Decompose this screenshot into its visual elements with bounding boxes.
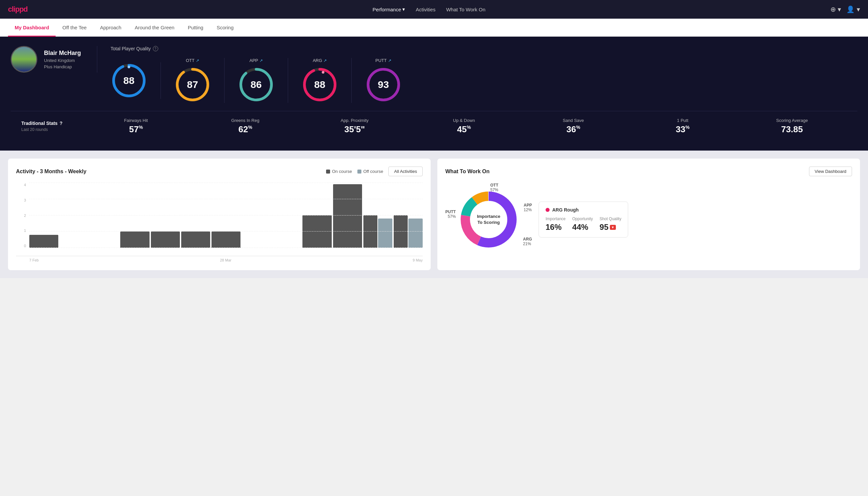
activity-card-title: Activity - 3 Months - Weekly [16, 169, 86, 174]
bar-group-8 [272, 247, 301, 248]
player-handicap: Plus Handicap [44, 64, 81, 69]
bar-on-course-9 [302, 215, 331, 248]
legend-on-course-dot [326, 170, 330, 173]
bar-group-11 [363, 215, 392, 248]
brand-logo[interactable]: clippd [8, 5, 28, 14]
trad-help-icon[interactable]: ? [60, 121, 63, 126]
y-label-3: 3 [16, 198, 26, 202]
donut-label-arg: ARG 21% [523, 237, 532, 246]
tabs-bar: My Dashboard Off the Tee Approach Around… [0, 19, 868, 37]
chart-legend: On course Off course [326, 169, 383, 174]
arg-label: ARG ↗ [313, 58, 327, 63]
app-circle: 86 [238, 66, 274, 103]
ott-trend-icon: ↗ [196, 58, 199, 63]
bar-group-4 [151, 232, 180, 248]
score-card-arg: ARG ↗ 88 [288, 58, 352, 103]
trad-stats-label-group: Traditional Stats ? Last 20 rounds [21, 121, 81, 132]
y-label-0: 0 [16, 244, 26, 248]
activity-card: Activity - 3 Months - Weekly On course O… [8, 158, 431, 270]
main-content: Activity - 3 Months - Weekly On course O… [0, 151, 868, 278]
trad-stats-label: Traditional Stats ? [21, 121, 81, 126]
bar-on-course-11 [363, 215, 378, 248]
score-cards: 88 OTT ↗ 87 [111, 58, 857, 103]
bar-group-9 [302, 215, 331, 248]
tab-around-the-green[interactable]: Around the Green [128, 19, 181, 37]
work-on-card: What To Work On View Dashboard Impor [437, 158, 860, 270]
x-label-0: 7 Feb [29, 258, 38, 262]
app-score: 86 [251, 79, 262, 90]
tab-putting[interactable]: Putting [181, 19, 210, 37]
bar-off-course-11 [378, 218, 392, 248]
score-card-overall: 88 [111, 62, 161, 99]
help-icon[interactable]: ? [153, 46, 158, 51]
tab-off-the-tee[interactable]: Off the Tee [56, 19, 93, 37]
bar-group-6 [211, 232, 240, 248]
putt-label: PUTT ↗ [375, 58, 391, 63]
x-label-1: 28 Mar [220, 258, 231, 262]
bar-on-course-10 [333, 184, 362, 248]
score-card-putt: PUTT ↗ 93 [352, 58, 415, 103]
user-menu-button[interactable]: 👤 ▾ [846, 5, 860, 13]
player-text: Blair McHarg United Kingdom Plus Handica… [44, 50, 81, 69]
chevron-down-icon: ▾ [403, 6, 405, 12]
y-label-4: 4 [16, 183, 26, 187]
bar-group-5 [181, 232, 210, 248]
traditional-stats-row: Traditional Stats ? Last 20 rounds Fairw… [11, 111, 857, 141]
x-label-2: 9 May [413, 258, 423, 262]
ott-circle: 87 [174, 66, 211, 103]
bar-chart: 0 1 2 3 4 7 Feb [16, 183, 423, 262]
arg-score: 88 [314, 79, 325, 90]
donut-center-label: ImportanceTo Scoring [455, 186, 522, 253]
hero-top: Blair McHarg United Kingdom Plus Handica… [11, 46, 857, 103]
nav-what-to-work-on[interactable]: What To Work On [446, 7, 485, 12]
trad-stats-sublabel: Last 20 rounds [21, 127, 81, 132]
putt-score: 93 [378, 79, 389, 90]
app-trend-icon: ↗ [259, 58, 263, 63]
bar-on-course-6 [211, 232, 240, 248]
top-navigation: clippd Performance ▾ Activities What To … [0, 0, 868, 19]
legend-on-course: On course [326, 169, 352, 174]
bar-on-course-3 [120, 232, 149, 248]
nav-right: ⊕ ▾ 👤 ▾ [830, 5, 860, 13]
tab-approach[interactable]: Approach [93, 19, 128, 37]
donut-label-ott: OTT 57% [490, 183, 498, 192]
view-dashboard-button[interactable]: View Dashboard [809, 167, 852, 176]
player-country: United Kingdom [44, 58, 81, 63]
bar-off-course-12 [408, 218, 423, 248]
arg-dot [546, 208, 550, 212]
stat-fairways-hit: Fairways Hit 57% [81, 118, 190, 135]
tab-my-dashboard[interactable]: My Dashboard [8, 19, 56, 37]
all-activities-button[interactable]: All Activities [388, 167, 423, 176]
bar-on-course-4 [151, 232, 180, 248]
player-name: Blair McHarg [44, 50, 81, 57]
score-card-app: APP ↗ 86 [224, 58, 288, 103]
arg-importance: Importance 16% [546, 217, 566, 232]
stat-1-putt: 1 Putt 33% [628, 118, 737, 135]
avatar [11, 46, 37, 73]
bar-group-2 [90, 247, 119, 248]
tpq-label: Total Player Quality ? [111, 46, 857, 51]
ott-label: OTT ↗ [186, 58, 199, 63]
nav-performance[interactable]: Performance ▾ [373, 6, 405, 12]
add-button[interactable]: ⊕ ▾ [830, 5, 841, 13]
shot-quality-badge: ▼ [610, 225, 616, 230]
arg-metrics: Importance 16% Opportunity 44% Shot Qual… [546, 217, 621, 232]
overall-circle: 88 [111, 62, 147, 99]
nav-activities[interactable]: Activities [416, 7, 435, 12]
tab-scoring[interactable]: Scoring [210, 19, 240, 37]
avatar-image [12, 46, 36, 73]
bar-group-1 [60, 247, 89, 248]
legend-off-course: Off course [358, 169, 383, 174]
bar-on-course-5 [181, 232, 210, 248]
stat-greens-in-reg: Greens In Reg 62% [190, 118, 300, 135]
bar-group-12 [394, 215, 423, 248]
y-label-2: 2 [16, 214, 26, 218]
bar-on-course-0 [29, 235, 58, 248]
arg-trend-icon: ↗ [323, 58, 327, 63]
work-on-card-header: What To Work On View Dashboard [445, 167, 852, 176]
bar-group-0 [29, 235, 58, 248]
bar-group-7 [242, 247, 271, 248]
stat-up-down: Up & Down 45% [409, 118, 519, 135]
arg-opportunity: Opportunity 44% [572, 217, 593, 232]
tpq-section: Total Player Quality ? 88 [97, 46, 857, 103]
